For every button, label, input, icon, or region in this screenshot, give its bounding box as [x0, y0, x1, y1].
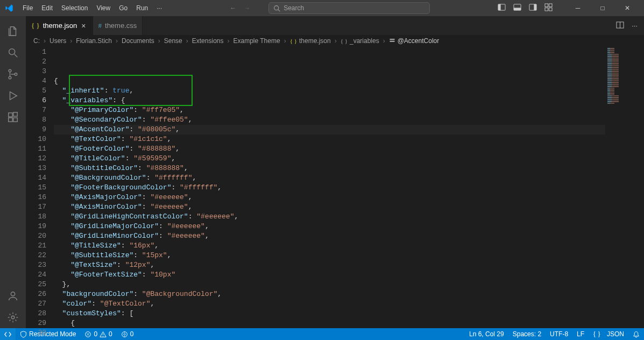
explorer-activity-icon[interactable] — [0, 20, 26, 42]
code-line[interactable]: "@TextSize": "12px", — [54, 260, 605, 270]
source-control-activity-icon[interactable] — [0, 63, 26, 85]
search-placeholder: Search — [284, 4, 304, 12]
code-line[interactable]: "_inherit": true, — [54, 86, 605, 96]
language-mode-button[interactable]: { } JSON — [589, 328, 628, 340]
code-line[interactable]: "@FooterColor": "#888888", — [54, 144, 605, 154]
breadcrumb-segment[interactable]: Extensions — [192, 37, 224, 45]
minimap[interactable] — [605, 47, 644, 328]
encoding-button[interactable]: UTF-8 — [546, 328, 572, 340]
code-line[interactable]: "customStyles": [ — [54, 309, 605, 318]
code-line[interactable]: "@GridLineHighContrastColor": "#eeeeee", — [54, 212, 605, 222]
accounts-activity-icon[interactable] — [0, 285, 26, 307]
breadcrumb-segment[interactable]: Florian.Stich — [76, 37, 112, 45]
menu-edit[interactable]: Edit — [37, 0, 57, 16]
search-activity-icon[interactable] — [0, 42, 26, 63]
code-line[interactable]: "@AxisMajorColor": "#eeeeee", — [54, 193, 605, 202]
code-line[interactable]: }, — [54, 280, 605, 289]
breadcrumb-segment[interactable]: @AccentColor — [389, 37, 440, 45]
toggle-sidebar-right-icon[interactable] — [529, 3, 537, 13]
breadcrumb-segment[interactable]: { }theme.json — [290, 37, 331, 45]
svg-point-14 — [9, 69, 11, 72]
editor[interactable]: 1234567891011121314151617181920212223242… — [26, 47, 644, 328]
breadcrumb-segment[interactable]: { }_variables — [341, 37, 379, 45]
tab-theme-css[interactable]: #theme.css — [93, 16, 143, 35]
split-editor-icon[interactable] — [616, 21, 624, 31]
code-line[interactable]: "@SubtitleSize": "15px", — [54, 251, 605, 260]
code-line[interactable]: "@FooterBackgroundColor": "#ffffff", — [54, 183, 605, 193]
minimap-line — [607, 97, 630, 98]
menu-overflow-button[interactable]: ··· — [152, 4, 166, 12]
nav-forward-button[interactable]: → — [244, 4, 250, 12]
eol-button[interactable]: LF — [572, 328, 589, 340]
svg-point-15 — [9, 76, 11, 79]
window-close-button[interactable]: ✕ — [615, 0, 640, 16]
line-number: 13 — [26, 164, 46, 173]
line-number: 17 — [26, 202, 46, 212]
code-line[interactable]: "@AxisMinorColor": "#eeeeee", — [54, 202, 605, 212]
code-line[interactable]: "@GridLineMajorColor": "#eeeeee", — [54, 222, 605, 231]
line-number: 21 — [26, 241, 46, 251]
line-number: 7 — [26, 105, 46, 115]
code-line[interactable]: "@TitleSize": "16px", — [54, 241, 605, 251]
svg-point-0 — [274, 5, 279, 10]
code-line[interactable]: "@SecondaryColor": "#ffee05", — [54, 115, 605, 125]
run-debug-activity-icon[interactable] — [0, 85, 26, 107]
tab-theme-json[interactable]: { }theme.json× — [26, 16, 93, 35]
code-line[interactable]: "@BackgroundColor": "#ffffff", — [54, 173, 605, 183]
code-line[interactable]: "color": "@TextColor", — [54, 299, 605, 309]
menu-selection[interactable]: Selection — [57, 0, 92, 16]
code-line[interactable]: "@AccentColor": "#08005c", — [54, 125, 605, 134]
indentation-button[interactable]: Spaces: 2 — [508, 328, 546, 340]
tab-close-button[interactable]: × — [80, 22, 87, 30]
code-line[interactable]: "backgroundColor": "@BackgroundColor", — [54, 289, 605, 299]
ports-button[interactable]: 0 — [117, 328, 138, 340]
code-line[interactable]: "@TitleColor": "#595959", — [54, 154, 605, 164]
menu-run[interactable]: Run — [132, 0, 152, 16]
minimap-line — [607, 59, 630, 61]
breadcrumb-segment[interactable]: Users — [49, 37, 66, 45]
ports-count: 0 — [130, 330, 134, 338]
code-content[interactable]: { "_inherit": true, "_variables": { "@Pr… — [54, 47, 605, 328]
minimap-line — [607, 67, 630, 68]
breadcrumb-segment[interactable]: Example Theme — [233, 37, 280, 45]
menu-file[interactable]: File — [18, 0, 37, 16]
code-line[interactable]: { — [54, 76, 605, 86]
code-line[interactable]: "@FooterTextSize": "10px" — [54, 270, 605, 280]
minimap-line — [607, 88, 621, 89]
chevron-right-icon: › — [185, 37, 190, 45]
line-number: 10 — [26, 134, 46, 144]
cursor-position-button[interactable]: Ln 6, Col 29 — [465, 328, 508, 340]
breadcrumb-segment[interactable]: C: — [33, 37, 40, 45]
more-actions-icon[interactable]: ··· — [632, 22, 638, 30]
customize-layout-icon[interactable] — [544, 3, 553, 13]
extensions-activity-icon[interactable] — [0, 107, 26, 128]
notifications-button[interactable] — [628, 328, 644, 340]
settings-activity-icon[interactable] — [0, 307, 26, 328]
code-line[interactable]: "@TextColor": "#1c1c1c", — [54, 134, 605, 144]
toggle-panel-icon[interactable] — [513, 3, 521, 13]
line-number: 6 — [26, 96, 46, 105]
toggle-sidebar-left-icon[interactable] — [498, 3, 506, 13]
problems-button[interactable]: 0 0 — [80, 328, 116, 340]
warning-icon — [100, 331, 107, 338]
chevron-right-icon: › — [333, 37, 338, 45]
code-line[interactable]: "@PrimaryColor": "#ff7e05", — [54, 105, 605, 115]
svg-line-13 — [15, 54, 18, 58]
breadcrumbs[interactable]: C:›Users›Florian.Stich›Documents›Sense›E… — [26, 35, 644, 47]
remote-indicator-button[interactable] — [0, 328, 16, 340]
breadcrumb-segment[interactable]: Sense — [164, 37, 182, 45]
code-line[interactable]: "_variables": { — [54, 96, 605, 105]
chevron-right-icon: › — [282, 37, 288, 45]
line-number: 3 — [26, 67, 46, 76]
json-file-icon: { } — [31, 22, 40, 30]
command-center-search[interactable]: Search — [268, 2, 430, 14]
breadcrumb-segment[interactable]: Documents — [122, 37, 154, 45]
code-line[interactable]: "@GridLineMinorColor": "#eeeeee", — [54, 231, 605, 241]
code-line[interactable]: "@SubtitleColor": "#888888", — [54, 164, 605, 173]
menu-go[interactable]: Go — [115, 0, 132, 16]
nav-back-button[interactable]: ← — [230, 4, 236, 12]
menu-view[interactable]: View — [92, 0, 115, 16]
window-maximize-button[interactable]: □ — [590, 0, 615, 16]
code-line[interactable]: { — [54, 318, 605, 328]
window-minimize-button[interactable]: ─ — [565, 0, 590, 16]
